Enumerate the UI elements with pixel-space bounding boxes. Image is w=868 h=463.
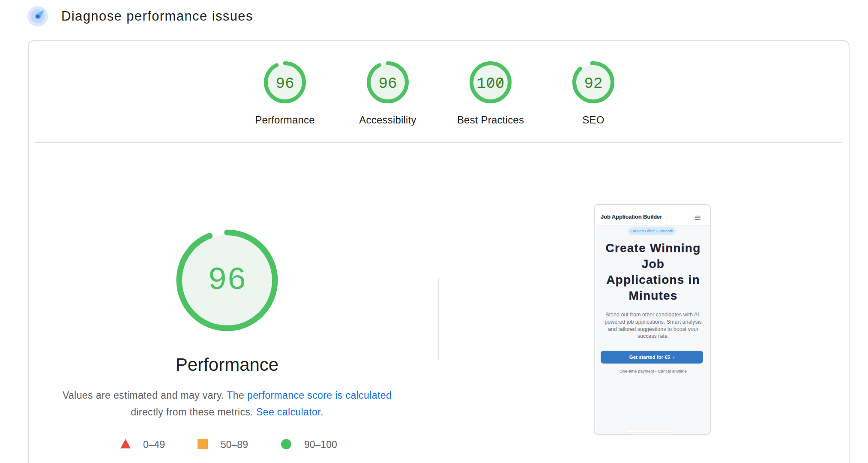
svg-text:96: 96: [208, 262, 246, 299]
svg-text:96: 96: [275, 75, 294, 93]
svg-text:100: 100: [477, 75, 505, 93]
svg-text:96: 96: [378, 75, 397, 93]
svg-text:92: 92: [584, 75, 602, 93]
